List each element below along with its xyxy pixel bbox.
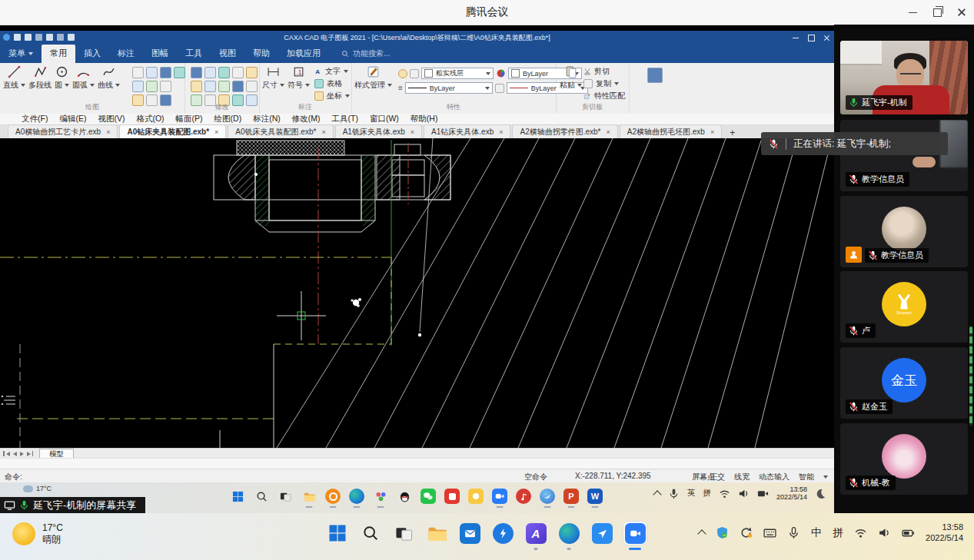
linewidth-dropdown[interactable]: ByLayer	[405, 82, 493, 94]
shared-weather-widget[interactable]: 17°C	[23, 485, 52, 492]
menu-format[interactable]: 格式(O)	[136, 114, 164, 124]
ime-language-indicator[interactable]: 英	[687, 488, 696, 499]
netease-music-icon[interactable]	[515, 488, 532, 505]
linewidth-toggle[interactable]: 线宽	[734, 472, 750, 482]
edge-browser-icon[interactable]	[557, 522, 580, 545]
menu-view[interactable]: 视图(V)	[98, 114, 125, 124]
table-button[interactable]: 表格	[314, 78, 350, 89]
pc-manager-shield-icon[interactable]	[716, 526, 729, 539]
start-button[interactable]	[326, 522, 349, 545]
dynamic-input-toggle[interactable]: 动态输入	[759, 472, 790, 482]
local-weather-widget[interactable]: 17°C 晴朗	[12, 522, 63, 545]
layer-dropdown[interactable]: 粗实线层	[421, 68, 494, 79]
doc-tab[interactable]: A1铣床夹具体.exb×	[335, 124, 422, 138]
task-view-button[interactable]	[277, 488, 294, 505]
cad-canvas[interactable]	[0, 138, 834, 448]
speaker-icon[interactable]	[878, 526, 891, 539]
camera-icon[interactable]	[757, 488, 769, 499]
key-app-icon[interactable]	[324, 488, 341, 505]
participant-tile-host[interactable]: 教学信息员	[840, 196, 968, 267]
wifi-icon[interactable]	[854, 526, 867, 539]
new-file-icon[interactable]	[14, 34, 21, 41]
wechat-icon[interactable]	[420, 488, 437, 505]
microphone-icon[interactable]	[787, 526, 800, 539]
ime-mode-indicator[interactable]: 拼	[703, 488, 711, 499]
tab-tools[interactable]: 工具	[177, 45, 211, 63]
word-icon[interactable]: W	[587, 488, 603, 505]
ime-language-indicator[interactable]: 中	[811, 526, 822, 540]
participant-tile[interactable]: Simpson 卢	[840, 271, 968, 343]
qq-icon[interactable]	[396, 488, 413, 505]
curve-tool-button[interactable]: 曲线	[96, 63, 121, 91]
search-button[interactable]	[359, 522, 382, 545]
doc-tab[interactable]: A0铣床夹具装配图.exb*×	[228, 124, 333, 138]
line-tool-button[interactable]: 直线	[2, 63, 27, 91]
ime-mode-indicator[interactable]: 拼	[833, 526, 843, 540]
doc-tab-active[interactable]: A0钻床夹具装配图.exb*×	[119, 124, 226, 138]
command-history[interactable]	[0, 458, 834, 469]
tab-addons[interactable]: 加载应用	[278, 45, 329, 63]
red-app-icon[interactable]	[444, 488, 460, 505]
restore-button[interactable]	[925, 0, 949, 25]
coordinate-button[interactable]: 坐标	[314, 91, 350, 101]
cut-button[interactable]: 剪切	[583, 66, 625, 77]
doc-tab[interactable]: A1钻床夹具体.exb×	[424, 124, 510, 138]
edge-browser-icon[interactable]	[348, 488, 365, 505]
doc-tab[interactable]: A2横轴曲拐零件图.exb*×	[512, 124, 617, 138]
print-icon[interactable]	[46, 34, 53, 41]
redo-icon[interactable]	[68, 34, 75, 41]
tab-close-icon[interactable]: ×	[499, 128, 503, 136]
menu-tools[interactable]: 工具(T)	[332, 114, 358, 124]
caxa-app-icon[interactable]: A	[524, 522, 547, 545]
battery-icon[interactable]	[902, 526, 915, 539]
shared-clock[interactable]: 13:58 2022/5/14	[776, 485, 807, 502]
dimension-button[interactable]: 尺寸	[261, 63, 286, 101]
tab-annotate[interactable]: 标注	[109, 45, 143, 63]
doc-tab[interactable]: A2横轴曲拐毛坯图.exb×	[620, 124, 722, 138]
arrow-app-icon[interactable]	[590, 522, 613, 545]
tab-close-icon[interactable]: ×	[710, 128, 714, 136]
text-button[interactable]: A文字	[314, 66, 350, 77]
tab-close-icon[interactable]: ×	[214, 128, 218, 136]
partial-tool-button[interactable]	[647, 68, 663, 86]
new-tab-button[interactable]: +	[726, 128, 738, 138]
ortho-toggle[interactable]: 正交	[710, 472, 725, 482]
menu-edit[interactable]: 编辑(E)	[59, 114, 86, 124]
cad-close-button[interactable]	[822, 33, 831, 42]
participant-tile-speaker[interactable]: 延飞宇-机制	[840, 41, 968, 114]
tab-help[interactable]: 帮助	[244, 45, 278, 63]
minimize-button[interactable]	[900, 0, 925, 25]
doc-tab[interactable]: A0横轴曲拐工艺卡片.exb×	[8, 124, 118, 138]
tab-menu[interactable]: 菜单	[0, 45, 42, 63]
tab-close-icon[interactable]: ×	[321, 128, 325, 136]
tab-sheet[interactable]: 图幅	[143, 45, 177, 63]
sheet-nav-buttons[interactable]	[3, 451, 33, 456]
microphone-icon[interactable]	[668, 488, 680, 499]
chevron-down-icon[interactable]	[823, 476, 828, 479]
tray-expand-icon[interactable]	[697, 530, 706, 538]
app-icon[interactable]	[3, 34, 10, 41]
local-clock[interactable]: 13:58 2022/5/14	[926, 522, 963, 544]
cad-minimize-button[interactable]	[791, 33, 800, 42]
style-manager-button[interactable]: 样式管理	[353, 63, 394, 94]
task-view-button[interactable]	[392, 522, 415, 545]
menu-annotate[interactable]: 标注(N)	[253, 114, 281, 124]
tab-common[interactable]: 常用	[42, 45, 75, 63]
tab-view[interactable]: 视图	[211, 45, 244, 63]
participant-tile[interactable]: 机械-教	[840, 423, 968, 495]
save-icon[interactable]	[35, 34, 42, 41]
touch-keyboard-icon[interactable]	[763, 526, 776, 539]
circle-tool-button[interactable]: 圆	[53, 63, 71, 91]
pc-manager-icon[interactable]	[539, 488, 556, 505]
symbol-button[interactable]: .1 符号	[286, 63, 311, 101]
sync-icon[interactable]	[740, 526, 753, 539]
menu-help[interactable]: 帮助(H)	[411, 114, 438, 124]
menu-file[interactable]: 文件(F)	[22, 114, 48, 124]
layer-freeze-icon[interactable]	[410, 69, 419, 78]
smart-snap-toggle[interactable]: 智能	[799, 472, 814, 482]
linewidth-icon[interactable]: ≡	[398, 84, 403, 92]
menu-modify[interactable]: 修改(M)	[292, 114, 321, 124]
tab-close-icon[interactable]: ×	[106, 128, 110, 136]
modify-tools[interactable]	[191, 67, 258, 106]
cad-maximize-button[interactable]	[806, 33, 816, 42]
